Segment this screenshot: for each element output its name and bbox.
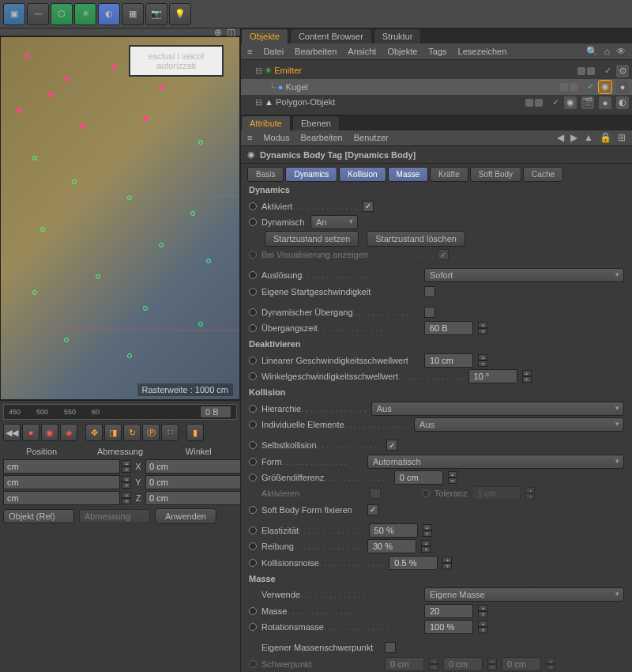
spline-icon[interactable]: 〰	[27, 3, 49, 25]
ueber-zeit-input[interactable]: 60 B	[424, 321, 473, 335]
spinner[interactable]: ▴▾	[421, 540, 431, 553]
radio-icon[interactable]	[249, 405, 257, 413]
sub-tab-kollision[interactable]: Kollision	[339, 167, 386, 182]
emitter-icon[interactable]: ✳	[74, 3, 96, 25]
menu-datei[interactable]: Datei	[263, 47, 284, 56]
ausloesung-dropdown[interactable]: Sofort	[424, 268, 624, 282]
masse-input[interactable]: 20	[424, 604, 473, 618]
coord-mode-dropdown[interactable]: Objekt (Rel)	[3, 509, 74, 523]
startzustand-loeschen-button[interactable]: Startzustand löschen	[367, 231, 465, 247]
tab-content-browser[interactable]: Content Browser	[290, 28, 372, 43]
elast-input[interactable]: 50 %	[369, 523, 418, 538]
tag-icon[interactable]: ⊙	[616, 65, 629, 77]
sub-tab-basis[interactable]: Basis	[247, 167, 284, 182]
apply-button[interactable]: Anwenden	[155, 508, 216, 524]
deform-icon[interactable]: ◐	[98, 3, 120, 25]
sub-tab-dynamics[interactable]: Dynamics	[285, 167, 337, 182]
hierarchie-dropdown[interactable]: Aus	[371, 402, 624, 416]
key-icon[interactable]: ◈	[60, 424, 77, 441]
rec2-icon[interactable]: ◉	[41, 424, 58, 441]
winkel-input[interactable]: 10 °	[468, 369, 517, 383]
dynamisch-dropdown[interactable]: An	[310, 215, 358, 229]
viewport[interactable]: esclusi i veicol autorizzati Rasterweite…	[0, 36, 240, 400]
spinner[interactable]: ▴▾	[478, 322, 487, 334]
radio-icon[interactable]	[249, 202, 257, 210]
radio-icon[interactable]	[249, 441, 257, 449]
tag-icon[interactable]: ◐	[616, 96, 629, 109]
menu-bearbeiten[interactable]: Bearbeiten	[295, 47, 337, 56]
spinner[interactable]: ▴▾	[522, 370, 532, 383]
fwd-icon[interactable]: ▶	[570, 132, 577, 143]
sbf-checkbox[interactable]	[367, 504, 378, 515]
light-icon[interactable]: 💡	[169, 3, 191, 25]
frame-field[interactable]: 0 B	[200, 406, 231, 418]
radio-icon[interactable]	[249, 324, 257, 332]
menu-tags[interactable]: Tags	[428, 47, 446, 56]
tab-struktur[interactable]: Struktur	[374, 28, 422, 43]
gd-input[interactable]: 0 cm	[394, 470, 443, 485]
back-icon[interactable]: ◀	[557, 132, 564, 143]
menu-modus[interactable]: Modus	[263, 133, 289, 142]
dynamics-tag-icon[interactable]: ◉	[599, 81, 611, 93]
spinner[interactable]: ▴▾	[442, 557, 452, 569]
pos-input[interactable]	[3, 491, 120, 505]
radio-icon[interactable]	[249, 542, 257, 550]
sub-tab-soft body[interactable]: Soft Body	[470, 167, 521, 182]
sub-tab-kräfte[interactable]: Kräfte	[430, 167, 468, 182]
coord-dim-dropdown[interactable]: Abmessung	[79, 509, 150, 523]
spinner[interactable]: ▴▾	[478, 621, 487, 633]
spinner[interactable]: ▴▾	[448, 471, 457, 484]
film-icon[interactable]: ▮	[186, 424, 204, 441]
spinner[interactable]: ▴▾	[478, 605, 487, 617]
null-icon[interactable]: ⬡	[51, 3, 73, 25]
grid-icon[interactable]: ▦	[122, 3, 144, 25]
pla-icon[interactable]: ∷	[161, 424, 179, 441]
radio-icon[interactable]	[249, 474, 257, 481]
radio-icon[interactable]	[249, 607, 257, 615]
tree-row[interactable]: ⊟ ▲ Polygon-Objekt ✓◉🎬●◐	[241, 95, 632, 111]
reib-input[interactable]: 30 %	[367, 539, 416, 553]
lock-icon[interactable]: 🔒	[600, 132, 611, 143]
eig-checkbox[interactable]	[385, 642, 396, 653]
rot-input[interactable]: 100 %	[424, 620, 473, 634]
tree-row[interactable]: ⊟ ✳ Emitter ✓⊙	[241, 63, 632, 79]
ind-dropdown[interactable]: Aus	[414, 417, 624, 432]
tag-icon[interactable]: ◉	[564, 96, 577, 109]
radio-icon[interactable]	[249, 308, 257, 316]
hamburger-icon[interactable]: ≡	[247, 47, 252, 56]
hamburger-icon[interactable]: ≡	[247, 133, 252, 142]
verw-dropdown[interactable]: Eigene Masse	[424, 587, 624, 602]
radio-icon[interactable]	[249, 623, 257, 631]
spinner[interactable]: ▴▾	[478, 354, 487, 367]
menu-lesezeichen[interactable]: Lesezeichen	[458, 47, 507, 56]
radio-icon[interactable]	[249, 559, 257, 567]
tab-attribute[interactable]: Attribute	[241, 115, 291, 130]
scale-icon[interactable]: ◨	[104, 424, 122, 441]
sub-tab-cache[interactable]: Cache	[523, 167, 563, 182]
noise-input[interactable]: 0.5 %	[389, 556, 438, 570]
pos-input[interactable]	[3, 475, 120, 489]
tree-row[interactable]: └ ● Kugel ✓◉●	[241, 79, 632, 95]
radio-icon[interactable]	[249, 271, 257, 279]
new-icon[interactable]: ⊞	[618, 132, 626, 143]
radio-icon[interactable]	[249, 458, 257, 466]
dyn-ueber-checkbox[interactable]	[424, 307, 435, 318]
move-icon[interactable]: ✥	[85, 424, 103, 441]
sub-tab-masse[interactable]: Masse	[388, 167, 428, 182]
up-icon[interactable]: ▲	[584, 132, 593, 143]
startzustand-setzen-button[interactable]: Startzustand setzen	[265, 231, 359, 247]
eye-icon[interactable]: 👁	[616, 46, 626, 57]
radio-icon[interactable]	[249, 506, 257, 514]
form-dropdown[interactable]: Automatisch	[367, 455, 624, 469]
rec-icon[interactable]: ●	[22, 424, 40, 441]
timeline[interactable]: 450 500 550 60 0 B	[3, 404, 237, 420]
radio-icon[interactable]	[249, 421, 257, 428]
rot-icon[interactable]: ↻	[123, 424, 141, 441]
selbst-checkbox[interactable]	[386, 440, 397, 451]
play-back-icon[interactable]: ◀◀	[3, 424, 21, 441]
tag-icon[interactable]: ●	[599, 96, 611, 109]
tab-objekte[interactable]: Objekte	[241, 28, 288, 43]
search-icon[interactable]: 🔍	[586, 46, 598, 57]
object-tree[interactable]: ⊟ ✳ Emitter ✓⊙└ ● Kugel ✓◉●⊟ ▲ Polygon-O…	[241, 60, 632, 115]
menu-ansicht[interactable]: Ansicht	[348, 47, 376, 56]
